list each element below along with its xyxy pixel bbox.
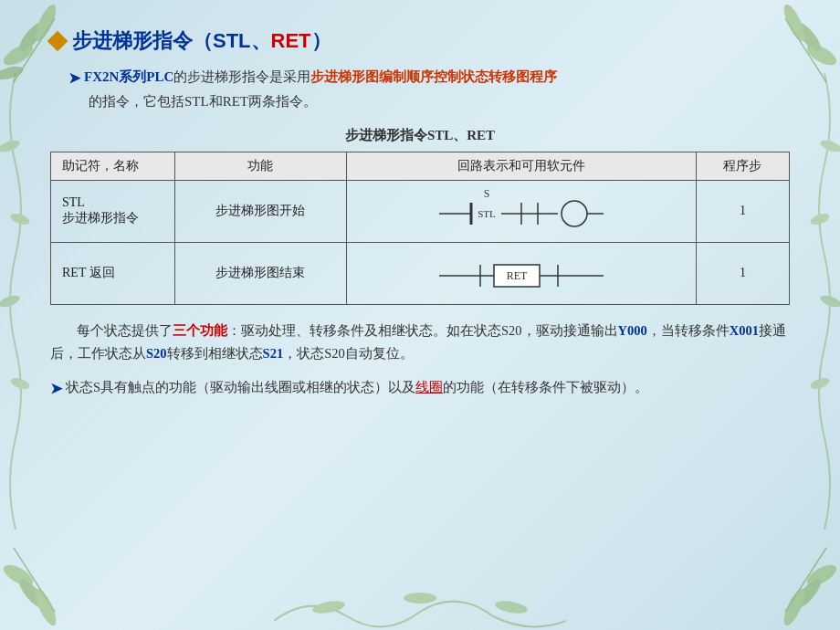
intro-line2: 的指令，它包括STL和RET两条指令。 [89, 90, 790, 114]
s21-highlight: S21 [263, 346, 284, 361]
title-red-part: RET [271, 29, 311, 52]
title-section: 步进梯形指令（STL、RET） [50, 27, 790, 55]
ret-svg: RET [430, 248, 613, 299]
fx2n-highlight: FX2N系列PLC [84, 69, 173, 84]
page-title: 步进梯形指令（STL、RET） [72, 27, 331, 55]
paragraph2: ➤ 状态S具有触点的功能（驱动输出线圈或相继的状态）以及线圈的功能（在转移条件下… [50, 376, 790, 402]
stl-mnemonic: STL步进梯形指令 [51, 180, 175, 242]
stl-circuit: S STL [346, 180, 696, 242]
header-circuit: 回路表示和可用软元件 [346, 152, 696, 180]
header-mnemonic: 助记符，名称 [51, 152, 175, 180]
y000-highlight: Y000 [618, 323, 647, 338]
ret-func: 步进梯形图结束 [175, 242, 346, 304]
ret-circuit: RET [346, 242, 696, 304]
intro-red-highlight: 步进梯形图编制顺序控制状态转移图程序 [310, 69, 557, 84]
s20-highlight: S20 [146, 346, 167, 361]
arrow-icon: ➤ [68, 66, 80, 90]
intro-text: FX2N系列PLC的步进梯形指令是采用步进梯形图编制顺序控制状态转移图程序 [84, 66, 557, 89]
instruction-table: 助记符，名称 功能 回路表示和可用软元件 程序步 STL步进梯形指令 步进梯形图… [50, 152, 790, 305]
three-functions-highlight: 三个功能 [173, 323, 227, 338]
table-row-stl: STL步进梯形指令 步进梯形图开始 S S [51, 180, 790, 242]
header-step: 程序步 [696, 152, 789, 180]
table-header-row: 助记符，名称 功能 回路表示和可用软元件 程序步 [51, 152, 790, 180]
table-row-ret: RET 返回 步进梯形图结束 [51, 242, 790, 304]
coil-underline: 线圈 [415, 380, 443, 394]
intro-normal-1: 的步进梯形指令是采用 [173, 69, 310, 84]
intro-line1: ➤ FX2N系列PLC的步进梯形指令是采用步进梯形图编制顺序控制状态转移图程序 [68, 66, 790, 90]
table-title: 步进梯形指令STL、RET [50, 127, 790, 144]
stl-svg: S STL [430, 186, 613, 236]
svg-text:STL: STL [478, 208, 496, 219]
diamond-bullet [47, 31, 68, 52]
ret-mnemonic: RET 返回 [51, 242, 175, 304]
arrow2-icon: ➤ [50, 376, 62, 402]
main-content: 步进梯形指令（STL、RET） ➤ FX2N系列PLC的步进梯形指令是采用步进梯… [0, 0, 840, 420]
paragraph1: 每个状态提供了三个功能：驱动处理、转移条件及相继状态。如在状态S20，驱动接通输… [50, 320, 790, 366]
stl-func: 步进梯形图开始 [175, 180, 346, 242]
header-func: 功能 [175, 152, 346, 180]
stl-steps: 1 [696, 180, 789, 242]
ret-diagram: RET [356, 248, 687, 299]
stl-diagram: S STL [356, 186, 687, 236]
x001-highlight: X001 [730, 323, 759, 338]
svg-point-37 [562, 201, 587, 226]
svg-text:RET: RET [506, 269, 527, 282]
ret-steps: 1 [696, 242, 789, 304]
svg-text:S: S [483, 187, 489, 200]
intro-section: ➤ FX2N系列PLC的步进梯形指令是采用步进梯形图编制顺序控制状态转移图程序 … [68, 66, 790, 114]
para2-text: 状态S具有触点的功能（驱动输出线圈或相继的状态）以及线圈的功能（在转移条件下被驱… [66, 376, 648, 399]
